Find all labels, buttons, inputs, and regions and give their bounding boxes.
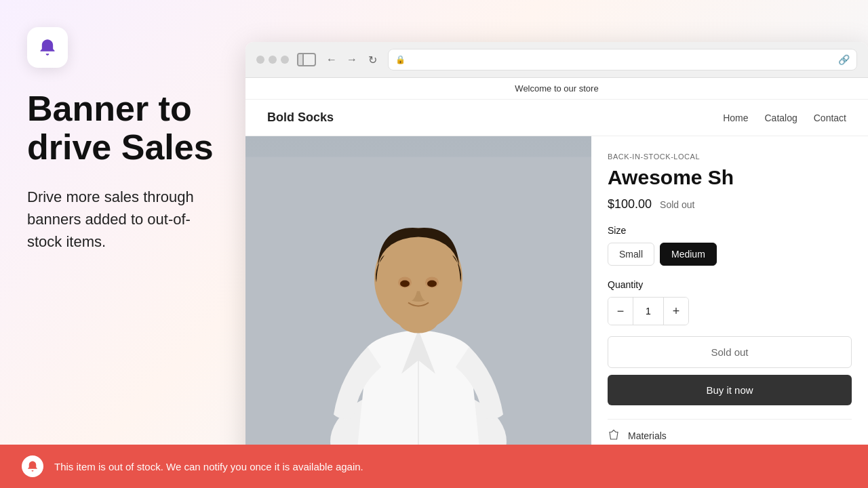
browser-chrome: ← → ↻ 🔒 🔗 — [245, 42, 868, 78]
dot-green — [281, 56, 289, 64]
nav-home[interactable]: Home — [723, 113, 748, 123]
notification-icon-widget — [27, 27, 68, 68]
product-area: BACK-IN-STOCK-LOCAL Awesome Sh $100.00 S… — [245, 136, 868, 488]
sold-out-button: Sold out — [608, 336, 852, 368]
left-panel: Banner to drive Sales Drive more sales t… — [0, 0, 244, 488]
store-nav: Bold Socks Home Catalog Contact — [245, 100, 868, 136]
refresh-button[interactable]: ↻ — [365, 52, 380, 67]
size-medium[interactable]: Medium — [660, 243, 717, 266]
quantity-increase[interactable]: + — [664, 298, 688, 325]
product-image — [245, 136, 591, 488]
quantity-decrease[interactable]: − — [608, 298, 633, 325]
browser-window: ← → ↻ 🔒 🔗 Welcome to our store Bold Sock… — [245, 42, 868, 488]
nav-contact[interactable]: Contact — [814, 113, 846, 123]
store-logo: Bold Socks — [267, 110, 334, 125]
sidebar-toggle-btn[interactable] — [297, 53, 316, 66]
quantity-value: 1 — [633, 298, 664, 325]
svg-point-7 — [400, 281, 410, 287]
sold-out-badge: Sold out — [660, 199, 694, 210]
quantity-control: − 1 + — [608, 297, 689, 325]
product-price-row: $100.00 Sold out — [608, 197, 852, 211]
product-photo-svg — [245, 150, 591, 488]
materials-icon — [608, 429, 621, 443]
notification-bar: This item is out of stock. We can notify… — [0, 445, 868, 488]
buy-now-button[interactable]: Buy it now — [608, 375, 852, 405]
product-tag: BACK-IN-STOCK-LOCAL — [608, 152, 852, 161]
store-content: Welcome to our store Bold Socks Home Cat… — [245, 78, 868, 488]
quantity-label: Quantity — [608, 279, 852, 290]
nav-catalog[interactable]: Catalog — [764, 113, 797, 123]
lock-icon: 🔒 — [395, 55, 406, 64]
size-options: Small Medium — [608, 243, 852, 266]
bell-icon — [38, 38, 57, 57]
forward-button[interactable]: → — [344, 52, 359, 67]
store-banner: Welcome to our store — [245, 78, 868, 100]
nav-links: Home Catalog Contact — [723, 113, 846, 123]
product-image-column — [245, 136, 591, 488]
browser-nav: ← → ↻ — [324, 52, 380, 67]
product-details-column: BACK-IN-STOCK-LOCAL Awesome Sh $100.00 S… — [591, 136, 868, 488]
dot-yellow — [269, 56, 277, 64]
size-small[interactable]: Small — [608, 243, 654, 266]
notification-text: This item is out of stock. We can notify… — [54, 461, 363, 472]
svg-point-8 — [427, 281, 437, 287]
product-price: $100.00 — [608, 197, 652, 211]
back-button[interactable]: ← — [324, 52, 339, 67]
browser-dots — [256, 56, 289, 64]
link-icon: 🔗 — [838, 54, 850, 65]
size-label: Size — [608, 225, 852, 236]
page-subtext: Drive more sales through banners added t… — [27, 186, 217, 253]
product-title: Awesome Sh — [608, 166, 852, 189]
address-bar[interactable]: 🔒 🔗 — [388, 49, 857, 70]
notification-bell-icon — [22, 455, 43, 477]
materials-label: Materials — [628, 430, 852, 441]
dot-red — [256, 56, 264, 64]
page-headline: Banner to drive Sales — [27, 89, 217, 167]
